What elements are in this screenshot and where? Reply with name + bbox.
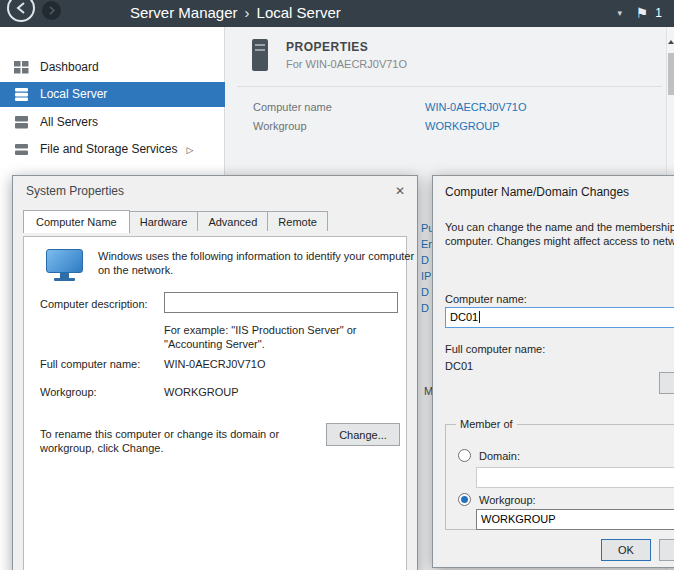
dialog-body-text: You can change the name and the membersh…: [445, 220, 674, 248]
system-properties-dialog: System Properties ✕ Computer NameHardwar…: [12, 175, 418, 570]
app-title[interactable]: Server Manager: [130, 4, 238, 21]
tab-computer-name[interactable]: Computer Name: [23, 210, 130, 233]
full-computer-name-value: DC01: [445, 359, 473, 373]
description-example-text: For example: "IIS Production Server" or …: [164, 323, 356, 351]
servers-stack-icon: [14, 116, 29, 129]
tab-remote[interactable]: Remote: [267, 211, 328, 231]
dialog-title: System Properties: [26, 184, 124, 198]
sidebar-item-label: File and Storage Services▷: [40, 137, 193, 163]
computer-description-label: Computer description:: [40, 297, 148, 311]
member-of-group: Member of Domain: Workgroup: WORKGROUP: [445, 424, 674, 530]
back-button[interactable]: [7, 0, 35, 22]
dashboard-icon: [14, 61, 29, 74]
workgroup-input[interactable]: WORKGROUP: [476, 509, 674, 530]
sidebar-item-local-server[interactable]: Local Server: [0, 82, 225, 107]
member-of-label: Member of: [456, 418, 517, 430]
properties-subheading: For WIN-0AECRJ0V71O: [286, 58, 407, 70]
notification-count[interactable]: 1: [655, 0, 662, 26]
text-caret: [479, 311, 480, 323]
expand-arrow-icon[interactable]: ▷: [186, 145, 193, 155]
sidebar-item-file-storage[interactable]: File and Storage Services▷: [0, 137, 225, 162]
property-label: Computer name: [253, 101, 332, 113]
change-button[interactable]: Change...: [326, 423, 400, 446]
sidebar-item-all-servers[interactable]: All Servers: [0, 110, 225, 135]
divider: [237, 86, 662, 87]
properties-heading: PROPERTIES: [286, 40, 368, 54]
chevron-down-icon[interactable]: ▾: [617, 0, 622, 26]
properties-tile-icon: [252, 39, 268, 71]
notification-flag-icon[interactable]: ⚑: [635, 0, 648, 26]
page-title: Local Server: [257, 4, 341, 21]
workgroup-value: WORKGROUP: [164, 385, 239, 399]
more-button-clipped[interactable]: [659, 372, 674, 394]
title-bar: Server Manager›Local Server ▾ ⚑ 1: [0, 0, 674, 27]
server-icon: [14, 88, 29, 101]
sidebar-item-dashboard[interactable]: Dashboard: [0, 55, 225, 80]
workgroup-radio-label: Workgroup:: [479, 493, 536, 507]
computer-name-link[interactable]: WIN-0AECRJ0V71O: [425, 101, 526, 113]
forward-button[interactable]: [42, 1, 61, 20]
domain-input[interactable]: [476, 467, 674, 488]
rename-hint-text: To rename this computer or change its do…: [40, 427, 279, 455]
sidebar-item-label: Local Server: [40, 82, 107, 107]
storage-icon: [14, 143, 29, 156]
sidebar-item-label: All Servers: [40, 110, 98, 135]
full-computer-name-value: WIN-0AECRJ0V71O: [164, 357, 265, 371]
back-arrow-icon: [16, 2, 26, 14]
breadcrumb: Server Manager›Local Server: [130, 0, 341, 27]
scrollbar-thumb[interactable]: [668, 53, 674, 95]
tab-strip: Computer NameHardwareAdvancedRemote: [23, 210, 327, 233]
monitor-icon: [44, 249, 88, 285]
server-manager-window: Server Manager›Local Server ▾ ⚑ 1 Dashbo…: [0, 0, 674, 570]
sidebar-item-label: Dashboard: [40, 55, 99, 80]
ok-button[interactable]: OK: [601, 539, 651, 561]
scroll-up-icon[interactable]: [668, 40, 674, 44]
breadcrumb-separator: ›: [238, 4, 257, 21]
full-computer-name-label: Full computer name:: [40, 357, 140, 371]
cancel-button-clipped[interactable]: [659, 539, 674, 561]
computer-name-input[interactable]: DC01: [445, 307, 674, 328]
dialog-title: Computer Name/Domain Changes: [445, 185, 629, 199]
close-icon[interactable]: ✕: [389, 181, 411, 201]
forward-arrow-icon: [48, 6, 55, 15]
domain-changes-dialog: Computer Name/Domain Changes You can cha…: [432, 175, 674, 568]
workgroup-radio[interactable]: [458, 493, 471, 506]
computer-name-tab-page: Windows uses the following information t…: [23, 236, 407, 570]
workgroup-label: Workgroup:: [40, 385, 97, 399]
computer-name-label: Computer name:: [445, 292, 527, 306]
full-computer-name-label: Full computer name:: [445, 342, 545, 356]
intro-text: Windows uses the following information t…: [98, 249, 414, 277]
computer-description-input[interactable]: [164, 292, 398, 313]
tab-hardware[interactable]: Hardware: [129, 211, 199, 231]
tab-advanced[interactable]: Advanced: [197, 211, 268, 231]
radio-selected-dot: [461, 496, 468, 503]
domain-radio[interactable]: [458, 449, 471, 462]
workgroup-link[interactable]: WORKGROUP: [425, 120, 500, 132]
domain-radio-label: Domain:: [479, 449, 520, 463]
property-label: Workgroup: [253, 120, 307, 132]
